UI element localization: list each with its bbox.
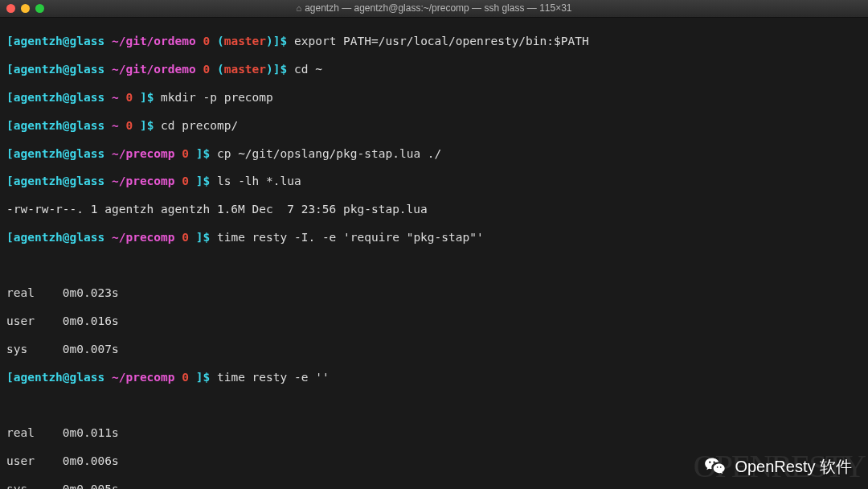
command-text: time resty -e ''	[210, 371, 329, 384]
output-line: user 0m0.016s	[6, 314, 862, 328]
maximize-icon[interactable]	[35, 4, 44, 13]
prompt-line: [agentzh@glass ~/precomp 0 ]$ cp ~/git/o…	[6, 147, 862, 161]
output-line: sys 0m0.005s	[6, 483, 862, 489]
command-text: mkdir -p precomp	[154, 91, 272, 104]
command-text: cd ~	[287, 63, 322, 76]
prompt-line: [agentzh@glass ~/precomp 0 ]$ time resty…	[6, 371, 862, 384]
command-text: time resty -I. -e 'require "pkg-stap"'	[210, 231, 483, 244]
titlebar: ⌂ agentzh — agentzh@glass:~/precomp — ss…	[0, 0, 868, 18]
minimize-icon[interactable]	[21, 4, 30, 13]
close-icon[interactable]	[6, 4, 15, 13]
command-text: cd precomp/	[154, 119, 238, 132]
command-text: cp ~/git/opslang/pkg-stap.lua ./	[210, 147, 441, 160]
blank-line	[6, 259, 862, 273]
output-line: sys 0m0.007s	[6, 343, 862, 356]
command-text: export PATH=/usr/local/openresty/bin:$PA…	[287, 35, 588, 47]
prompt-line: [agentzh@glass ~/git/ordemo 0 (master)]$…	[6, 35, 862, 48]
prompt-line: [agentzh@glass ~ 0 ]$ cd precomp/	[6, 119, 862, 133]
command-text: ls -lh *.lua	[210, 175, 301, 187]
home-icon: ⌂	[296, 3, 301, 14]
terminal-window: ⌂ agentzh — agentzh@glass:~/precomp — ss…	[0, 0, 868, 489]
prompt-line: [agentzh@glass ~/precomp 0 ]$ time resty…	[6, 231, 862, 244]
output-line: -rw-rw-r--. 1 agentzh agentzh 1.6M Dec 7…	[6, 203, 862, 216]
prompt-line: [agentzh@glass ~ 0 ]$ mkdir -p precomp	[6, 91, 862, 105]
window-title: ⌂ agentzh — agentzh@glass:~/precomp — ss…	[296, 2, 571, 14]
output-line: real 0m0.023s	[6, 286, 862, 300]
prompt-line: [agentzh@glass ~/git/ordemo 0 (master)]$…	[6, 63, 862, 76]
watermark: OpenResty 软件	[704, 455, 852, 478]
blank-line	[6, 399, 862, 413]
traffic-lights	[6, 4, 44, 13]
window-title-text: agentzh — agentzh@glass:~/precomp — ssh …	[305, 2, 571, 14]
watermark-text: OpenResty 软件	[735, 457, 852, 476]
wechat-icon	[704, 455, 727, 478]
prompt-line: [agentzh@glass ~/precomp 0 ]$ ls -lh *.l…	[6, 175, 862, 188]
terminal-body[interactable]: [agentzh@glass ~/git/ordemo 0 (master)]$…	[0, 18, 868, 489]
output-line: real 0m0.011s	[6, 426, 862, 440]
